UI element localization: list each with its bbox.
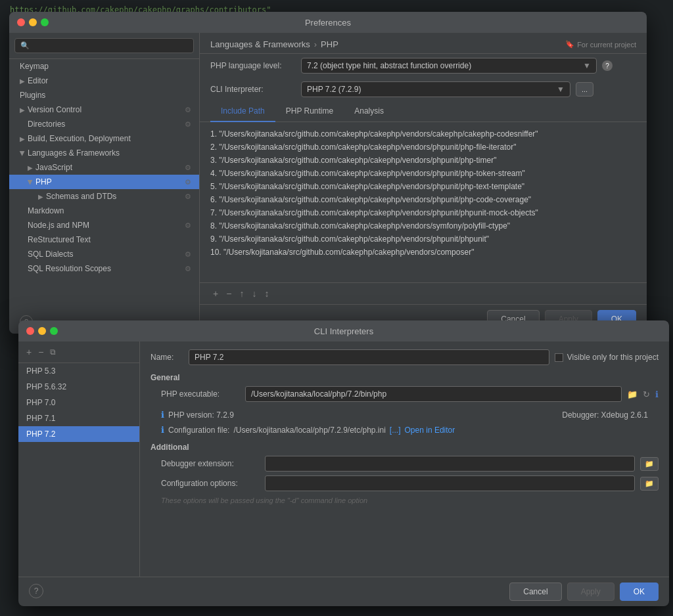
- cli-footer: ? Cancel Apply OK: [18, 577, 669, 606]
- php-language-level-select[interactable]: 7.2 (object type hint, abstract function…: [301, 58, 597, 74]
- cli-dialog-title: CLI Interpreters: [314, 326, 373, 336]
- sidebar-item-markdown[interactable]: Markdown: [9, 204, 199, 218]
- sidebar-item-label: Directories: [28, 120, 65, 129]
- tab-include-path[interactable]: Include Path: [210, 101, 275, 122]
- sort-button[interactable]: ↕: [262, 287, 271, 300]
- sidebar-item-label: SQL Dialects: [28, 250, 74, 259]
- cli-name-label: Name:: [151, 353, 183, 362]
- cli-right-panel: Name: Visible only for this project Gene…: [140, 341, 669, 577]
- sidebar-item-label: ReStructured Text: [28, 235, 91, 244]
- cli-config-options-input[interactable]: [265, 475, 635, 491]
- chevron-down-icon: ▶: [27, 179, 34, 185]
- sidebar-item-javascript[interactable]: ▶ JavaScript ⚙: [9, 160, 199, 175]
- sidebar-item-label: SQL Resolution Scopes: [28, 264, 111, 273]
- cli-interpreter-row: CLI Interpreter: PHP 7.2 (7.2.9) ▼ ...: [200, 77, 647, 101]
- cli-apply-button[interactable]: Apply: [567, 583, 615, 601]
- breadcrumb-arrow: ›: [314, 39, 317, 49]
- sidebar-item-label: Languages & Frameworks: [28, 148, 120, 158]
- cli-config-file-path: /Users/kojitanaka/local/php/7.2.9/etc/ph…: [233, 426, 385, 435]
- sidebar-item-sql-resolution[interactable]: SQL Resolution Scopes ⚙: [9, 261, 199, 276]
- sidebar-item-keymap[interactable]: Keymap: [9, 59, 199, 74]
- cli-left-toolbar: + − ⧉: [18, 341, 139, 363]
- path-item-4: 4. "/Users/kojitanaka/src/github.com/cak…: [210, 167, 636, 180]
- cli-name-input[interactable]: [189, 349, 549, 365]
- tab-php-runtime[interactable]: PHP Runtime: [275, 101, 344, 122]
- cli-debugger-extension-row: Debugger extension: 📁: [151, 456, 659, 472]
- add-path-button[interactable]: +: [210, 287, 221, 300]
- close-button[interactable]: [17, 18, 25, 26]
- php-language-level-value: 7.2 (object type hint, abstract function…: [307, 61, 583, 70]
- sidebar-item-sql-dialects[interactable]: SQL Dialects ⚙: [9, 247, 199, 261]
- copy-interpreter-button[interactable]: ⧉: [47, 346, 58, 358]
- config-options-folder-button[interactable]: 📁: [640, 477, 659, 491]
- sidebar-item-label: Schemas and DTDs: [46, 192, 116, 201]
- cli-debugger-extension-input[interactable]: [265, 456, 635, 472]
- preferences-body: 🔍 Keymap ▶ Editor Plugins ▶ Version Cont…: [9, 33, 647, 334]
- sidebar-item-build-execution[interactable]: ▶ Build, Execution, Deployment: [9, 131, 199, 146]
- cli-config-ellipsis[interactable]: [...]: [390, 426, 401, 435]
- remove-path-button[interactable]: −: [223, 287, 234, 300]
- sidebar-item-editor[interactable]: ▶ Editor: [9, 74, 199, 88]
- gear-icon: ⚙: [185, 265, 191, 273]
- chevron-right-icon: ▶: [20, 135, 25, 143]
- cli-open-in-editor-link[interactable]: Open in Editor: [405, 426, 455, 435]
- remove-interpreter-button[interactable]: −: [35, 345, 46, 359]
- sidebar-item-version-control[interactable]: ▶ Version Control ⚙: [9, 102, 199, 117]
- sidebar-item-label: Node.js and NPM: [28, 221, 89, 230]
- cli-interpreter-value: PHP 7.2 (7.2.9): [307, 85, 557, 94]
- chevron-down-icon: ▶: [19, 150, 26, 156]
- cli-interpreter-php53[interactable]: PHP 5.3: [18, 363, 139, 379]
- maximize-button[interactable]: [41, 18, 49, 26]
- move-up-button[interactable]: ↑: [237, 287, 246, 300]
- path-item-9: 9. "/Users/kojitanaka/src/github.com/cak…: [210, 232, 636, 246]
- cli-interpreter-php70[interactable]: PHP 7.0: [18, 395, 139, 410]
- cli-interpreter-select[interactable]: PHP 7.2 (7.2.9) ▼: [301, 81, 570, 97]
- cli-minimize-button[interactable]: [38, 327, 46, 335]
- info-blue-icon: ℹ: [161, 410, 164, 420]
- sidebar-item-label: Build, Execution, Deployment: [28, 134, 131, 143]
- move-down-button[interactable]: ↓: [249, 287, 259, 300]
- search-box: 🔍: [9, 33, 199, 59]
- folder-open-icon[interactable]: 📁: [627, 389, 638, 399]
- path-item-3: 3. "/Users/kojitanaka/src/github.com/cak…: [210, 154, 636, 167]
- path-list: 1. "/Users/kojitanaka/src/github.com/cak…: [200, 122, 647, 282]
- search-input[interactable]: 🔍: [14, 38, 194, 53]
- preferences-titlebar: Preferences: [9, 12, 647, 33]
- cli-close-button[interactable]: [26, 327, 34, 335]
- debugger-extension-folder-button[interactable]: 📁: [640, 457, 659, 471]
- gear-icon: ⚙: [185, 221, 191, 230]
- cli-visible-only-checkbox[interactable]: [555, 353, 563, 362]
- sidebar-item-restructured-text[interactable]: ReStructured Text: [9, 232, 199, 247]
- cli-config-file-row: ℹ Configuration file: /Users/kojitanaka/…: [151, 422, 659, 437]
- bookmark-icon: 🔖: [565, 40, 574, 49]
- cli-traffic-lights: [26, 327, 58, 335]
- sidebar-item-languages-frameworks[interactable]: ▶ Languages & Frameworks: [9, 146, 199, 160]
- cli-php-version-text: PHP version: 7.2.9: [168, 410, 234, 420]
- sidebar-item-label: Keymap: [20, 62, 49, 71]
- tab-analysis[interactable]: Analysis: [344, 101, 394, 122]
- sidebar-item-php[interactable]: ▶ PHP ⚙: [9, 175, 199, 189]
- cli-maximize-button[interactable]: [50, 327, 58, 335]
- preferences-sidebar: 🔍 Keymap ▶ Editor Plugins ▶ Version Cont…: [9, 33, 200, 334]
- cli-more-button[interactable]: ...: [576, 82, 593, 97]
- cli-help-button[interactable]: ?: [29, 584, 43, 598]
- preferences-title: Preferences: [305, 18, 351, 28]
- sidebar-item-schemas-dtds[interactable]: ▶ Schemas and DTDs ⚙: [9, 189, 199, 204]
- add-interpreter-button[interactable]: +: [24, 345, 34, 359]
- cli-interpreter-label: CLI Interpreter:: [210, 85, 296, 94]
- cli-interpreter-php5632[interactable]: PHP 5.6.32: [18, 379, 139, 395]
- cli-interpreter-php71[interactable]: PHP 7.1: [18, 410, 139, 426]
- gear-icon: ⚙: [185, 178, 191, 187]
- sidebar-item-directories[interactable]: Directories ⚙: [9, 117, 199, 131]
- refresh-icon[interactable]: ↻: [643, 389, 650, 399]
- cli-cancel-button[interactable]: Cancel: [509, 583, 561, 601]
- sidebar-item-nodejs[interactable]: Node.js and NPM ⚙: [9, 218, 199, 232]
- cli-interpreter-php72[interactable]: PHP 7.2: [18, 426, 139, 442]
- sidebar-item-plugins[interactable]: Plugins: [9, 88, 199, 102]
- cli-php-executable-row: PHP executable: 📁 ↻ ℹ: [151, 386, 659, 402]
- help-icon[interactable]: ?: [602, 60, 613, 71]
- cli-ok-button[interactable]: OK: [620, 583, 659, 601]
- cli-php-executable-input[interactable]: [245, 386, 622, 402]
- minimize-button[interactable]: [29, 18, 37, 26]
- cli-body: + − ⧉ PHP 5.3 PHP 5.6.32 PHP 7.0 PHP 7.1…: [18, 341, 669, 577]
